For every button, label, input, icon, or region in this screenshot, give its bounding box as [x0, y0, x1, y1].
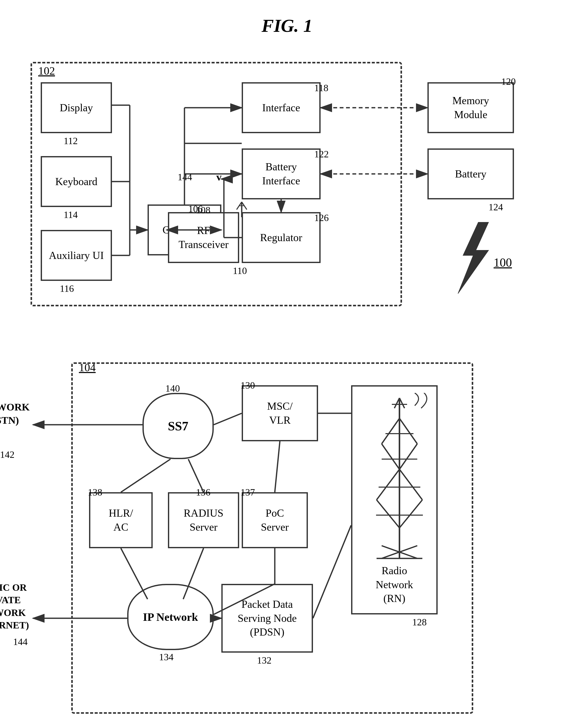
- label-110: 110: [233, 265, 247, 276]
- box-display: Display: [41, 82, 112, 133]
- label-130: 130: [240, 380, 255, 391]
- svg-line-35: [400, 444, 417, 469]
- label-internet-144: 144: [5, 636, 36, 647]
- svg-line-37: [400, 500, 422, 528]
- label-118: 118: [314, 82, 328, 93]
- label-120: 120: [501, 76, 516, 87]
- cloud-ss7: SS7: [142, 393, 214, 459]
- box-rf-transceiver: RF Transceiver: [168, 212, 239, 263]
- label-public-private: PUBLIC OR PRIVATE NETWORK (INTERNET): [0, 581, 28, 632]
- svg-line-30: [382, 418, 400, 444]
- svg-line-34: [400, 418, 417, 444]
- label-137: 137: [240, 487, 255, 498]
- label-122: 122: [314, 148, 329, 160]
- label-114: 114: [64, 209, 78, 220]
- figure-title: FIG. 1: [20, 15, 554, 36]
- label-142: 142: [0, 449, 14, 460]
- box-pdsn: Packet Data Serving Node (PDSN): [221, 584, 313, 653]
- label-116: 116: [60, 283, 74, 294]
- box-poc-server: PoC Server: [242, 492, 308, 548]
- label-144-top: 144: [177, 171, 192, 183]
- box-keyboard: Keyboard: [41, 156, 112, 207]
- label-v-arrow: v: [216, 171, 221, 183]
- label-134: 134: [159, 651, 173, 662]
- label-112: 112: [64, 135, 78, 146]
- box-regulator: Regulator: [242, 212, 321, 263]
- label-124: 124: [489, 201, 503, 213]
- radio-tower-svg: [361, 393, 438, 571]
- box-radius-server: RADIUS Server: [168, 492, 239, 548]
- box-msc-vlr: MSC/ VLR: [242, 385, 318, 441]
- label-140: 140: [165, 383, 180, 394]
- svg-line-32: [376, 469, 400, 500]
- bottom-diagram: 104 SS7 140 IP Network 134 MSC/ VLR 130 …: [20, 347, 555, 728]
- box-memory-module: Memory Module: [427, 82, 514, 133]
- antenna-top-svg: [234, 199, 249, 220]
- box-battery-interface: Battery Interface: [242, 148, 321, 199]
- label-136: 136: [196, 487, 210, 498]
- label-128: 128: [412, 616, 427, 628]
- label-138: 138: [88, 487, 102, 498]
- label-104: 104: [79, 361, 96, 374]
- label-132: 132: [257, 655, 272, 666]
- box-battery: Battery: [427, 148, 514, 199]
- svg-marker-4: [458, 222, 489, 294]
- svg-line-33: [376, 500, 400, 528]
- box-hlr-ac: HLR/ AC: [89, 492, 153, 548]
- cloud-ip-network: IP Network: [127, 584, 214, 650]
- box-interface: Interface: [242, 82, 321, 133]
- label-126: 126: [314, 212, 329, 223]
- label-108: 108: [196, 204, 210, 216]
- label-network-pstn: NETWORK (PSTN): [0, 400, 31, 427]
- top-diagram: 102 Display 112 Keyboard 114 Auxiliary U…: [20, 47, 555, 327]
- svg-line-31: [382, 444, 400, 469]
- label-102: 102: [38, 65, 55, 77]
- page: FIG. 1 102 Display 112 Keyboard 114 Auxi…: [0, 0, 574, 728]
- svg-line-36: [400, 469, 422, 500]
- lightning-bolt: [448, 220, 499, 296]
- box-auxui: Auxiliary UI: [41, 230, 112, 281]
